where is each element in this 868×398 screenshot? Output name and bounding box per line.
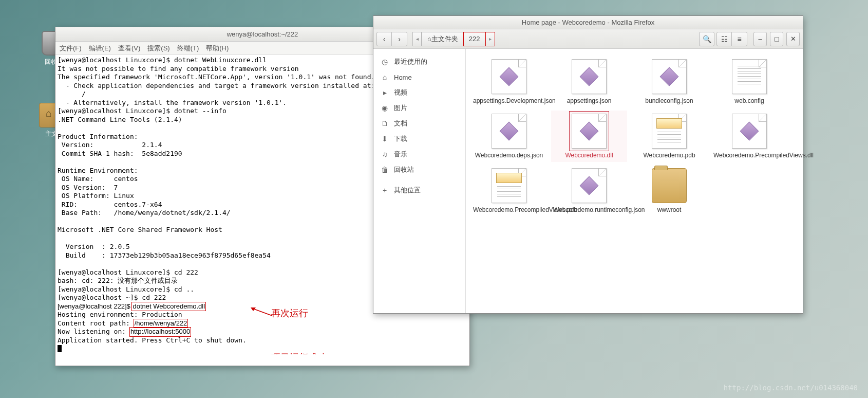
file-item[interactable]: web.config: [711, 56, 787, 107]
sidebar-item-6[interactable]: ♫音乐: [373, 147, 465, 162]
fm-sidebar: ◷最近使用的⌂Home▸视频◉图片🗋文档⬇下载♫音乐🗑回收站+其他位置: [373, 49, 466, 313]
close-button[interactable]: ✕: [786, 32, 800, 46]
sidebar-label: 最近使用的: [394, 57, 427, 66]
watermark: http://blog.csdn.net/u014368040: [724, 384, 858, 392]
file-icon: [572, 168, 607, 203]
file-item[interactable]: bundleconfig.json: [631, 56, 707, 107]
menu-help[interactable]: 帮助(H): [206, 44, 229, 53]
file-label: Webcoredemo.runtimeconfig.json: [553, 206, 625, 213]
file-label: Webcoredemo.PrecompiledViews.pdb: [473, 206, 545, 213]
breadcrumb-home[interactable]: ⌂ 主文件夹: [422, 32, 463, 46]
file-item[interactable]: appsettings.json: [551, 56, 627, 107]
menu-file[interactable]: 文件(F): [60, 44, 82, 53]
file-label: appsettings.json: [553, 97, 625, 104]
sidebar-item-8[interactable]: +其他位置: [373, 183, 465, 198]
sidebar-label: 下载: [394, 134, 407, 143]
file-label: web.config: [713, 97, 785, 104]
file-item[interactable]: Webcoredemo.PrecompiledViews.dll: [711, 111, 787, 162]
file-icon: [492, 59, 526, 94]
sidebar-label: 回收站: [394, 165, 414, 174]
menu-edit[interactable]: 编辑(E): [89, 44, 111, 53]
file-item[interactable]: wwwroot: [631, 165, 707, 216]
sidebar-item-3[interactable]: ◉图片: [373, 100, 465, 116]
sidebar-icon: 🗋: [381, 119, 389, 128]
sidebar-icon: ◉: [381, 104, 389, 112]
sidebar-item-4[interactable]: 🗋文档: [373, 116, 465, 131]
view-list-button[interactable]: ☷: [716, 32, 732, 46]
file-label: Webcoredemo.dll: [553, 152, 625, 159]
file-label: Webcoredemo.deps.json: [473, 152, 545, 159]
file-icon: [732, 114, 767, 149]
file-icon: [492, 114, 526, 149]
fm-title: Home page - Webcoredemo - Mozilla Firefo…: [373, 16, 803, 29]
file-item[interactable]: Webcoredemo.PrecompiledViews.pdb: [471, 165, 547, 216]
image-file-icon: [652, 114, 687, 149]
file-icon: [572, 59, 607, 94]
file-item[interactable]: Webcoredemo.pdb: [631, 111, 707, 162]
search-button[interactable]: 🔍: [699, 32, 714, 46]
menu-view[interactable]: 查看(V): [118, 44, 140, 53]
breadcrumb-next[interactable]: ▸: [486, 32, 495, 46]
file-item[interactable]: Webcoredemo.dll: [551, 111, 627, 162]
file-icon: [572, 114, 607, 149]
folder-icon: [652, 168, 687, 203]
sidebar-icon: ▸: [381, 88, 389, 97]
sidebar-label: 文档: [394, 119, 407, 128]
sidebar-label: Home: [394, 74, 412, 81]
sidebar-label: 图片: [394, 103, 407, 113]
file-label: Webcoredemo.PrecompiledViews.dll: [713, 152, 785, 159]
fm-toolbar: ‹ › ◂ ⌂ 主文件夹 222 ▸ 🔍 ☷ ≡ – ◻ ✕: [373, 29, 803, 49]
sidebar-icon: 🗑: [381, 166, 389, 174]
sidebar-label: 视频: [394, 88, 407, 97]
sidebar-icon: ◷: [381, 58, 389, 66]
file-icon: [652, 59, 687, 94]
fm-content[interactable]: appsettings.Development.jsonappsettings.…: [466, 49, 803, 313]
breadcrumb-current[interactable]: 222: [463, 32, 486, 46]
image-file-icon: [492, 168, 526, 203]
sidebar-icon: +: [381, 186, 389, 194]
sidebar-icon: ⌂: [381, 73, 389, 81]
file-label: bundleconfig.json: [633, 97, 705, 104]
nav-forward-button[interactable]: ›: [392, 32, 407, 46]
text-file-icon: [732, 59, 767, 94]
file-label: wwwroot: [633, 206, 705, 213]
sidebar-icon: ⬇: [381, 135, 389, 143]
file-label: Webcoredemo.pdb: [633, 152, 705, 159]
file-label: appsettings.Development.json: [473, 97, 545, 104]
file-manager-window: Home page - Webcoredemo - Mozilla Firefo…: [373, 15, 803, 314]
sidebar-label: 其他位置: [394, 186, 421, 195]
minimize-button[interactable]: –: [753, 32, 767, 46]
sidebar-item-1[interactable]: ⌂Home: [373, 69, 465, 85]
view-menu-button[interactable]: ≡: [732, 32, 747, 46]
maximize-button[interactable]: ◻: [770, 32, 783, 46]
sidebar-item-2[interactable]: ▸视频: [373, 85, 465, 100]
breadcrumb-prev[interactable]: ◂: [412, 32, 422, 46]
sidebar-item-7[interactable]: 🗑回收站: [373, 162, 465, 177]
file-item[interactable]: Webcoredemo.runtimeconfig.json: [551, 165, 627, 216]
nav-back-button[interactable]: ‹: [376, 32, 392, 46]
sidebar-icon: ♫: [381, 150, 389, 158]
sidebar-item-0[interactable]: ◷最近使用的: [373, 54, 465, 69]
menu-search[interactable]: 搜索(S): [147, 44, 169, 53]
sidebar-label: 音乐: [394, 150, 407, 159]
menu-terminal[interactable]: 终端(T): [177, 44, 199, 53]
breadcrumb: ◂ ⌂ 主文件夹 222 ▸: [412, 32, 495, 46]
svg-line-0: [253, 309, 272, 316]
file-item[interactable]: Webcoredemo.deps.json: [471, 111, 547, 162]
sidebar-item-5[interactable]: ⬇下载: [373, 131, 465, 147]
file-item[interactable]: appsettings.Development.json: [471, 56, 547, 107]
